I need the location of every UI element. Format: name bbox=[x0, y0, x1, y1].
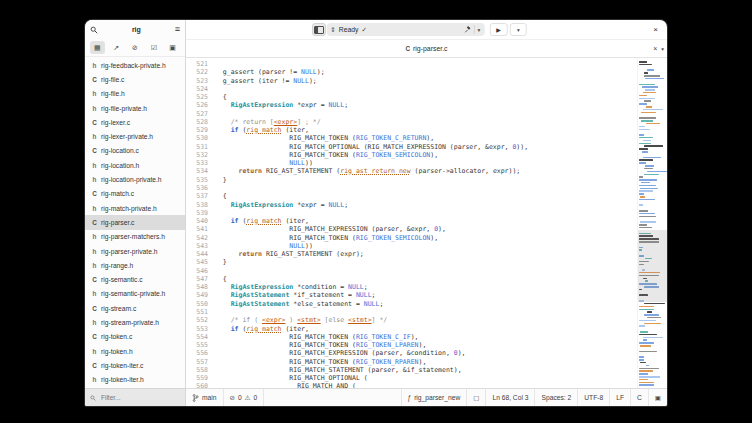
file-name: rig-match-private.h bbox=[101, 205, 157, 212]
code-text bbox=[215, 308, 637, 316]
file-row[interactable]: hrig-parser-private.h bbox=[85, 244, 185, 258]
line-number: 534 bbox=[186, 167, 215, 175]
file-row[interactable]: Crig-stream.c bbox=[85, 301, 185, 315]
code-line: 549 RigAstStatement *if_statement = NULL… bbox=[186, 291, 637, 299]
line-number: 556 bbox=[186, 349, 215, 357]
switcher-todo-icon[interactable]: ☑ bbox=[146, 41, 161, 54]
build-status: Ready bbox=[339, 26, 359, 33]
code-line: 534 return RIG_AST_STATEMENT (rig_ast_re… bbox=[186, 167, 637, 175]
file-row[interactable]: hrig-stream-private.h bbox=[85, 315, 185, 329]
file-name: rig-semantic-private.h bbox=[101, 290, 165, 297]
bottom-panel-toggle-icon: ▣ bbox=[655, 394, 661, 401]
file-name: rig-parser-private.h bbox=[101, 248, 158, 255]
file-row[interactable]: hrig-location.h bbox=[85, 158, 185, 172]
file-row[interactable]: Crig-match.c bbox=[85, 187, 185, 201]
code-text: /* return [<expr>] ; */ bbox=[215, 118, 637, 126]
code-line: 539 bbox=[186, 209, 637, 217]
menu-icon[interactable]: ≡ bbox=[175, 25, 180, 34]
indentation[interactable]: Spaces: 2 bbox=[534, 389, 577, 406]
git-branch-icon bbox=[192, 394, 199, 402]
run-caret-button[interactable]: ▾ bbox=[510, 23, 527, 36]
window-close-button[interactable]: × bbox=[649, 23, 662, 36]
warning-icon: ⚠ bbox=[245, 394, 251, 401]
code-text: RIG_MATCH_EXPRESSION (parser, &expr, 0), bbox=[215, 225, 637, 233]
header-file-icon: h bbox=[91, 233, 98, 240]
cursor-position[interactable]: Ln 68, Col 3 bbox=[485, 389, 534, 406]
code-line: 530 RIG_MATCH_TOKEN (RIG_TOKEN_C_RETURN)… bbox=[186, 134, 637, 142]
tab-close-icon[interactable]: × bbox=[653, 45, 657, 52]
code-line: 529 if (rig_match (iter, bbox=[186, 126, 637, 134]
tab-rig-parser[interactable]: C rig-parser.c bbox=[405, 45, 447, 52]
code-text: NULL)) bbox=[215, 242, 637, 250]
file-row[interactable]: Crig-lexer.c bbox=[85, 115, 185, 129]
code-editor[interactable]: 521522 g_assert (parser != NULL);523 g_a… bbox=[186, 58, 667, 388]
file-name: rig-match.c bbox=[101, 190, 134, 197]
build-caret-icon[interactable]: ▾ bbox=[478, 27, 481, 33]
file-row[interactable]: hrig-token-iter.h bbox=[85, 373, 185, 387]
filter-bar bbox=[85, 388, 185, 406]
line-number: 521 bbox=[186, 60, 215, 68]
switcher-run-icon[interactable]: ↗ bbox=[109, 41, 124, 54]
file-name: rig-lexer.c bbox=[101, 119, 130, 126]
header-file-icon: h bbox=[91, 133, 98, 140]
file-name: rig-stream-private.h bbox=[101, 319, 159, 326]
switcher-terminal-icon[interactable]: ▣ bbox=[165, 41, 180, 54]
symbol-context[interactable]: ƒrig_parser_new bbox=[401, 389, 467, 406]
file-row[interactable]: Crig-parser.c bbox=[85, 215, 185, 229]
minimap[interactable] bbox=[637, 58, 667, 388]
encoding[interactable]: UTF-8 bbox=[577, 389, 609, 406]
file-row[interactable]: hrig-parser-matchers.h bbox=[85, 230, 185, 244]
code-text: RIG_MATCH_AND ( bbox=[215, 382, 637, 388]
file-row[interactable]: hrig-location-private.h bbox=[85, 172, 185, 186]
omnibar[interactable]: ⇕ Ready ✓ ▾ bbox=[326, 23, 484, 36]
file-row[interactable]: hrig-semantic-private.h bbox=[85, 287, 185, 301]
line-ending[interactable]: LF bbox=[609, 389, 630, 406]
run-button[interactable]: ▶ bbox=[489, 23, 508, 36]
error-count: 0 bbox=[238, 394, 242, 401]
file-row[interactable]: hrig-lexer-private.h bbox=[85, 129, 185, 143]
c-file-icon: C bbox=[91, 219, 98, 226]
file-row[interactable]: hrig-file.h bbox=[85, 87, 185, 101]
language[interactable]: C bbox=[630, 389, 648, 406]
file-name: rig-file-private.h bbox=[101, 105, 147, 112]
code-line: 537 { bbox=[186, 192, 637, 200]
header-file-icon: h bbox=[91, 319, 98, 326]
file-row[interactable]: hrig-range.h bbox=[85, 258, 185, 272]
file-row[interactable]: Crig-token-iter.c bbox=[85, 358, 185, 372]
file-row[interactable]: Crig-location.c bbox=[85, 144, 185, 158]
file-row[interactable]: Crig-file.c bbox=[85, 72, 185, 86]
panel-indicator[interactable]: ▢ bbox=[466, 389, 485, 406]
code-text: RIG_MATCH_TOKEN (RIG_TOKEN_SEMICOLON), bbox=[215, 151, 637, 159]
minimap-viewport[interactable] bbox=[638, 230, 667, 303]
filter-input[interactable] bbox=[99, 393, 173, 402]
file-row[interactable]: hrig-file-private.h bbox=[85, 101, 185, 115]
line-number: 551 bbox=[186, 308, 215, 316]
line-number: 531 bbox=[186, 143, 215, 151]
file-row[interactable]: hrig-match-private.h bbox=[85, 201, 185, 215]
switcher-diagnostics-icon[interactable]: ⊘ bbox=[127, 41, 142, 54]
code-line: 521 bbox=[186, 60, 637, 68]
code-text: { bbox=[215, 93, 637, 101]
switcher-project-tree-icon[interactable]: ▦ bbox=[90, 41, 105, 54]
file-row[interactable]: Crig-token.c bbox=[85, 330, 185, 344]
header-file-icon: h bbox=[91, 290, 98, 297]
search-icon[interactable] bbox=[90, 26, 98, 34]
diagnostics-indicator[interactable]: ⊘ 0 ⚠ 0 bbox=[224, 389, 265, 406]
header-file-icon: h bbox=[91, 105, 98, 112]
code-line: 527 bbox=[186, 110, 637, 118]
code-text: RigAstStatement *else_statement = NULL; bbox=[215, 300, 637, 308]
code-text bbox=[215, 110, 637, 118]
code-text: } bbox=[215, 258, 637, 266]
tab-list-caret-icon[interactable]: ▾ bbox=[661, 46, 664, 52]
toggle-sidebar-button[interactable] bbox=[312, 23, 326, 36]
main-area: + ▾ ⇕ Ready ✓ ▾ bbox=[186, 20, 667, 406]
git-branch-indicator[interactable]: main bbox=[186, 389, 224, 406]
file-row[interactable]: hrig-token.h bbox=[85, 344, 185, 358]
file-row[interactable]: hrig-feedback-private.h bbox=[85, 58, 185, 72]
file-name: rig-file.h bbox=[101, 90, 125, 97]
build-hammer-icon[interactable] bbox=[464, 26, 471, 33]
file-row[interactable]: Crig-semantic.c bbox=[85, 272, 185, 286]
bottom-panel-toggle[interactable]: ▣ bbox=[648, 389, 667, 406]
code-text: RigAstExpression *condition = NULL; bbox=[215, 283, 637, 291]
code-line: 558 RIG_MATCH_STATEMENT (parser, &if_sta… bbox=[186, 366, 637, 374]
